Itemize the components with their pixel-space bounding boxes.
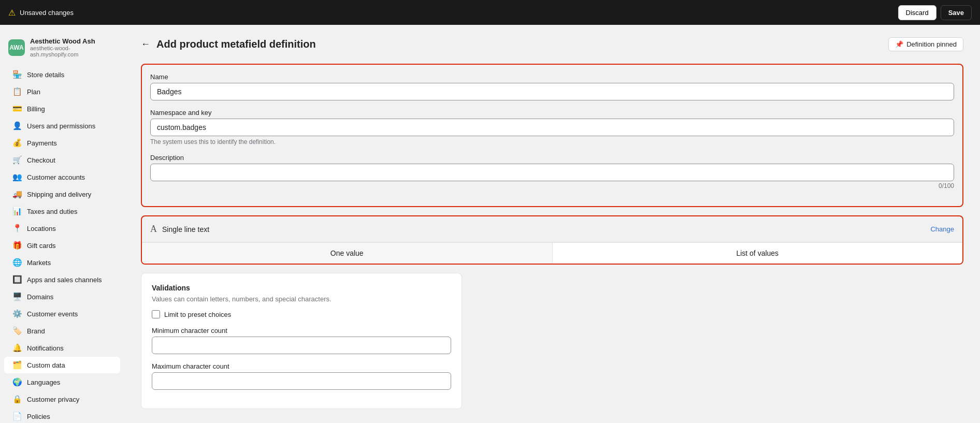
nav-label-customer-accounts: Customer accounts <box>27 173 85 181</box>
top-bar: ⚠ Unsaved changes Discard Save <box>0 0 980 25</box>
sidebar-item-locations[interactable]: 📍 Locations <box>4 220 120 237</box>
sidebar-item-customer-events[interactable]: ⚙️ Customer events <box>4 305 120 322</box>
nav-label-brand: Brand <box>27 327 45 335</box>
warning-icon: ⚠ <box>8 8 16 18</box>
main-layout: AWA Aesthetic Wood Ash aesthetic-wood-as… <box>0 25 980 423</box>
nav-icon-languages: 🌍 <box>12 377 22 387</box>
sidebar-item-store-details[interactable]: 🏪 Store details <box>4 66 120 83</box>
sidebar-item-custom-data[interactable]: 🗂️ Custom data <box>4 357 120 373</box>
nav-label-billing: Billing <box>27 105 45 113</box>
sidebar-item-gift-cards[interactable]: 🎁 Gift cards <box>4 237 120 254</box>
nav-label-checkout: Checkout <box>27 156 55 164</box>
nav-label-store-details: Store details <box>27 71 64 79</box>
page-title: Add product metafield definition <box>156 38 316 50</box>
sidebar-item-payments[interactable]: 💰 Payments <box>4 135 120 151</box>
char-count: 0/100 <box>150 182 954 189</box>
limit-preset-row: Limit to preset choices <box>152 310 451 318</box>
text-type-icon: A <box>150 224 157 235</box>
nav-label-customer-privacy: Customer privacy <box>27 396 79 403</box>
save-button[interactable]: Save <box>941 5 972 20</box>
nav-icon-payments: 💰 <box>12 138 22 148</box>
sidebar-item-checkout[interactable]: 🛒 Checkout <box>4 152 120 168</box>
sidebar-item-billing[interactable]: 💳 Billing <box>4 100 120 117</box>
discard-button[interactable]: Discard <box>898 5 936 20</box>
unsaved-changes-indicator: ⚠ Unsaved changes <box>8 8 74 18</box>
nav-icon-markets: 🌐 <box>12 258 22 267</box>
nav-label-apps-sales-channels: Apps and sales channels <box>27 276 102 284</box>
limit-preset-checkbox[interactable] <box>152 310 160 318</box>
name-label: Name <box>150 73 954 81</box>
sidebar-item-domains[interactable]: 🖥️ Domains <box>4 288 120 305</box>
nav-label-locations: Locations <box>27 225 56 232</box>
sidebar-item-shipping-delivery[interactable]: 🚚 Shipping and delivery <box>4 186 120 202</box>
nav-icon-customer-accounts: 👥 <box>12 172 22 182</box>
name-group: Name <box>150 73 954 100</box>
type-label: Single line text <box>162 225 209 234</box>
nav-label-taxes-duties: Taxes and duties <box>27 208 78 215</box>
sidebar-item-policies[interactable]: 📄 Policies <box>4 408 120 423</box>
max-char-input[interactable] <box>152 372 451 390</box>
sidebar-item-taxes-duties[interactable]: 📊 Taxes and duties <box>4 203 120 220</box>
name-input[interactable] <box>150 83 954 100</box>
nav-icon-brand: 🏷️ <box>12 326 22 336</box>
nav-icon-gift-cards: 🎁 <box>12 241 22 250</box>
sidebar-item-plan[interactable]: 📋 Plan <box>4 83 120 100</box>
name-section-highlighted: Name Namespace and key The system uses t… <box>141 64 963 207</box>
nav-icon-domains: 🖥️ <box>12 292 22 301</box>
one-value-button[interactable]: One value <box>142 243 553 264</box>
nav-icon-store-details: 🏪 <box>12 70 22 79</box>
description-input[interactable] <box>150 164 954 181</box>
validations-description: Values can contain letters, numbers, and… <box>152 295 451 303</box>
nav-label-domains: Domains <box>27 293 53 301</box>
type-header-left: A Single line text <box>150 224 209 235</box>
sidebar-item-markets[interactable]: 🌐 Markets <box>4 254 120 271</box>
nav-label-payments: Payments <box>27 139 57 147</box>
sidebar-item-customer-accounts[interactable]: 👥 Customer accounts <box>4 169 120 185</box>
min-char-label: Minimum character count <box>152 327 451 334</box>
list-of-values-button[interactable]: List of values <box>553 243 963 264</box>
nav-icon-customer-events: ⚙️ <box>12 309 22 318</box>
nav-label-customer-events: Customer events <box>27 310 78 318</box>
nav-icon-notifications: 🔔 <box>12 343 22 353</box>
nav-icon-customer-privacy: 🔒 <box>12 395 22 404</box>
validations-section: Validations Values can contain letters, … <box>141 273 462 409</box>
nav-icon-policies: 📄 <box>12 412 22 421</box>
name-section-inner: Name Namespace and key The system uses t… <box>142 65 962 206</box>
store-info: Aesthetic Wood Ash aesthetic-wood-ash.my… <box>30 37 116 57</box>
min-char-input[interactable] <box>152 337 451 354</box>
namespace-input[interactable] <box>150 119 954 136</box>
pin-icon: 📌 <box>895 40 903 48</box>
min-char-group: Minimum character count <box>152 327 451 354</box>
nav-icon-users-permissions: 👤 <box>12 121 22 130</box>
sidebar-item-languages[interactable]: 🌍 Languages <box>4 374 120 390</box>
sidebar-item-notifications[interactable]: 🔔 Notifications <box>4 340 120 356</box>
back-button[interactable]: ← <box>141 39 150 50</box>
sidebar-item-customer-privacy[interactable]: 🔒 Customer privacy <box>4 391 120 407</box>
nav-label-gift-cards: Gift cards <box>27 242 56 250</box>
nav-icon-checkout: 🛒 <box>12 155 22 165</box>
nav-label-markets: Markets <box>27 259 51 267</box>
type-section-highlighted: A Single line text Change One value List… <box>141 215 963 265</box>
limit-preset-label: Limit to preset choices <box>164 311 231 318</box>
nav-label-users-permissions: Users and permissions <box>27 122 95 130</box>
page-header-left: ← Add product metafield definition <box>141 38 316 50</box>
nav-label-custom-data: Custom data <box>27 361 65 369</box>
page-header: ← Add product metafield definition 📌 Def… <box>141 37 963 51</box>
nav-label-languages: Languages <box>27 378 60 386</box>
nav-label-plan: Plan <box>27 88 40 96</box>
max-char-group: Maximum character count <box>152 362 451 390</box>
change-type-link[interactable]: Change <box>930 225 954 233</box>
definition-pinned-badge: 📌 Definition pinned <box>888 37 963 51</box>
sidebar-item-users-permissions[interactable]: 👤 Users and permissions <box>4 118 120 134</box>
definition-pinned-label: Definition pinned <box>906 40 957 48</box>
sidebar-item-brand[interactable]: 🏷️ Brand <box>4 323 120 339</box>
description-label: Description <box>150 154 954 162</box>
sidebar-item-apps-sales-channels[interactable]: 🔲 Apps and sales channels <box>4 271 120 288</box>
namespace-hint: The system uses this to identify the def… <box>150 138 954 145</box>
nav-label-shipping-delivery: Shipping and delivery <box>27 191 91 198</box>
nav-icon-taxes-duties: 📊 <box>12 207 22 216</box>
nav-label-policies: Policies <box>27 413 50 420</box>
validations-title: Validations <box>152 284 451 292</box>
nav-items: 🏪 Store details 📋 Plan 💳 Billing 👤 Users… <box>0 66 124 423</box>
nav-icon-apps-sales-channels: 🔲 <box>12 275 22 284</box>
